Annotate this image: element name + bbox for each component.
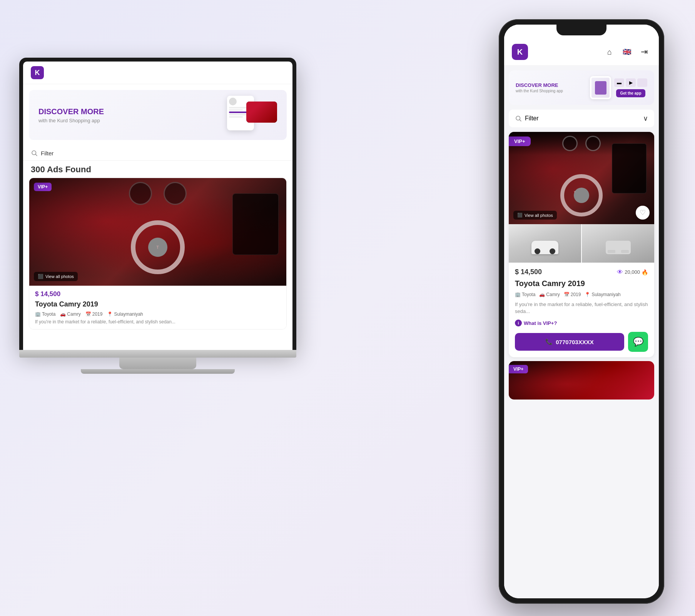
laptop-car-card[interactable]: T VIP+ ⬛ View all photos xyxy=(29,178,287,330)
laptop-car-meta: 🏢 Toyota 🚗 Camry 📅 2019 xyxy=(35,311,281,317)
phone-icon: 📞 xyxy=(545,338,553,345)
laptop-bottom-bar xyxy=(81,369,235,374)
laptop-banner: DISCOVER MORE with the Kurd Shopping app xyxy=(29,90,287,140)
mobile-view-photos-btn[interactable]: ⬛ View all photos xyxy=(513,211,557,220)
laptop-filter-bar[interactable]: Filter xyxy=(23,146,292,161)
play-store-icon: ▶ xyxy=(626,78,636,87)
mobile-car-main-image: T VIP+ ⬛ View all photos ♡ xyxy=(509,132,654,224)
mobile-year-label: 2019 xyxy=(571,292,581,297)
mobile-views: 👁 20,000 🔥 xyxy=(617,269,648,276)
mobile-car-description: If you're in the market for a reliable, … xyxy=(515,301,648,315)
car-year: 📅 2019 xyxy=(85,311,103,317)
mobile-vip-badge: VIP+ xyxy=(509,137,531,146)
mobile-location-label: Sulaymaniyah xyxy=(591,292,620,297)
car-location: 📍 Sulaymaniyah xyxy=(107,311,143,317)
login-icon[interactable]: ⇥ xyxy=(637,45,651,59)
mobile-location: 📍 Sulaymaniyah xyxy=(585,292,620,297)
mockup-line-short xyxy=(229,109,243,111)
mobile-car-price: $ 14,500 xyxy=(515,268,542,276)
mobile-model-label: Camry xyxy=(546,292,560,297)
heart-icon: ♡ xyxy=(640,208,646,217)
vip-info-link[interactable]: i What is VIP+? xyxy=(515,320,648,326)
mobile-brand-label: Toyota xyxy=(522,292,535,297)
mobile-banner-right: ▬ ▶ Get the app xyxy=(590,76,647,99)
call-button[interactable]: 📞 0770703XXXX xyxy=(515,333,624,351)
svg-line-1 xyxy=(35,154,37,156)
mobile-model-icon: 🚗 xyxy=(539,292,545,297)
gauge-right xyxy=(585,136,601,151)
home-icon[interactable]: ⌂ xyxy=(603,45,616,59)
mobile-banner-title: DISCOVER MORE xyxy=(516,82,586,88)
year-label: 2019 xyxy=(92,311,103,317)
phone-number: 0770703XXXX xyxy=(556,339,593,345)
photo-gallery-icon: ⬛ xyxy=(517,213,523,218)
apple-store-icon xyxy=(637,78,647,87)
mockup-car-preview xyxy=(246,102,277,123)
laptop-banner-title: DISCOVER MORE xyxy=(38,107,200,116)
mobile-view-photos-label: View all photos xyxy=(525,213,553,218)
photo-icon: ⬛ xyxy=(38,274,43,279)
laptop-base xyxy=(19,350,296,358)
mobile-year-icon: 📅 xyxy=(564,292,570,297)
brand-icon: 🏢 xyxy=(35,311,41,317)
laptop-car-description: If you're in the market for a reliable, … xyxy=(35,319,281,325)
dashboard-gauges xyxy=(562,136,601,151)
mobile-banner-text: DISCOVER MORE with the Kurd Shopping app xyxy=(516,82,586,93)
mobile-location-icon: 📍 xyxy=(585,292,590,297)
mobile-year: 📅 2019 xyxy=(564,292,581,297)
car-model: 🚗 Camry xyxy=(60,311,80,317)
laptop-car-title: Toyota Camry 2019 xyxy=(35,300,281,308)
brand-label: Toyota xyxy=(42,311,55,317)
android-store-icon: ▬ xyxy=(614,78,624,87)
location-label: Sulaymaniyah xyxy=(114,311,143,317)
mobile-notch xyxy=(556,25,606,35)
mobile-app-preview xyxy=(590,76,611,99)
view-photos-label: View all photos xyxy=(45,274,74,279)
laptop-vip-badge: VIP+ xyxy=(34,183,52,191)
model-label: Camry xyxy=(67,311,80,317)
laptop-screen-outer: K DISCOVER MORE with the Kurd Shopping a… xyxy=(19,58,296,350)
mobile-brand: 🏢 Toyota xyxy=(515,292,535,297)
laptop-view-photos-btn[interactable]: ⬛ View all photos xyxy=(34,272,78,281)
sub-image-white-car xyxy=(509,224,581,263)
mobile-car-card-2[interactable]: VIP+ xyxy=(509,361,654,400)
whatsapp-button[interactable]: 💬 xyxy=(628,332,648,352)
ads-count: 300 Ads Found xyxy=(23,161,292,178)
mobile-car-title: Toyota Camry 2019 xyxy=(515,279,648,288)
model-icon: 🚗 xyxy=(60,311,66,317)
car-preview-inner xyxy=(246,102,277,123)
mobile-banner-sub: with the Kurd Shopping app xyxy=(516,89,586,93)
filter-left: Filter xyxy=(515,115,539,122)
mobile-car-card[interactable]: T VIP+ ⬛ View all photos ♡ xyxy=(509,132,654,357)
mobile-car-details: $ 14,500 👁 20,000 🔥 Toyota Camry 2019 🏢 xyxy=(509,263,654,357)
car-brand: 🏢 Toyota xyxy=(35,311,55,317)
mobile-filter-label: Filter xyxy=(525,115,539,122)
laptop-banner-subtitle: with the Kurd Shopping app xyxy=(38,118,200,123)
mobile-filter-bar[interactable]: Filter ∨ xyxy=(509,110,654,127)
eye-icon: 👁 xyxy=(617,269,623,276)
laptop-stand xyxy=(119,358,196,369)
mobile-device: K ⌂ 🇬🇧 ⇥ DISCOVER MORE with the Kurd Sho… xyxy=(499,19,664,604)
laptop-car-info: $ 14,500 Toyota Camry 2019 🏢 Toyota 🚗 Ca… xyxy=(29,286,286,329)
mobile-screen: K ⌂ 🇬🇧 ⇥ DISCOVER MORE with the Kurd Sho… xyxy=(504,25,659,598)
steering-wheel: T xyxy=(131,220,185,274)
second-vip-badge: VIP+ xyxy=(509,365,528,373)
laptop-logo: K xyxy=(31,66,44,79)
mobile-sub-images xyxy=(509,224,654,263)
mobile-actions: 📞 0770703XXXX 💬 xyxy=(515,332,648,352)
car-interior-bg: T xyxy=(29,178,286,286)
location-icon: 📍 xyxy=(107,311,113,317)
store-icons-row: ▬ ▶ xyxy=(614,78,647,87)
mobile-banner: DISCOVER MORE with the Kurd Shopping app… xyxy=(509,70,654,105)
vip-link-label: What is VIP+? xyxy=(524,320,557,326)
mobile-heart-button[interactable]: ♡ xyxy=(636,206,650,220)
views-count: 20,000 xyxy=(625,269,640,275)
svg-line-3 xyxy=(520,120,521,121)
laptop-header: K xyxy=(23,62,292,84)
language-flag[interactable]: 🇬🇧 xyxy=(621,48,633,56)
svg-point-2 xyxy=(516,116,520,120)
laptop-banner-text: DISCOVER MORE with the Kurd Shopping app xyxy=(38,107,200,123)
laptop-content: K DISCOVER MORE with the Kurd Shopping a… xyxy=(23,62,292,350)
mobile-content: K ⌂ 🇬🇧 ⇥ DISCOVER MORE with the Kurd Sho… xyxy=(504,25,659,598)
get-app-button[interactable]: Get the app xyxy=(616,89,645,97)
